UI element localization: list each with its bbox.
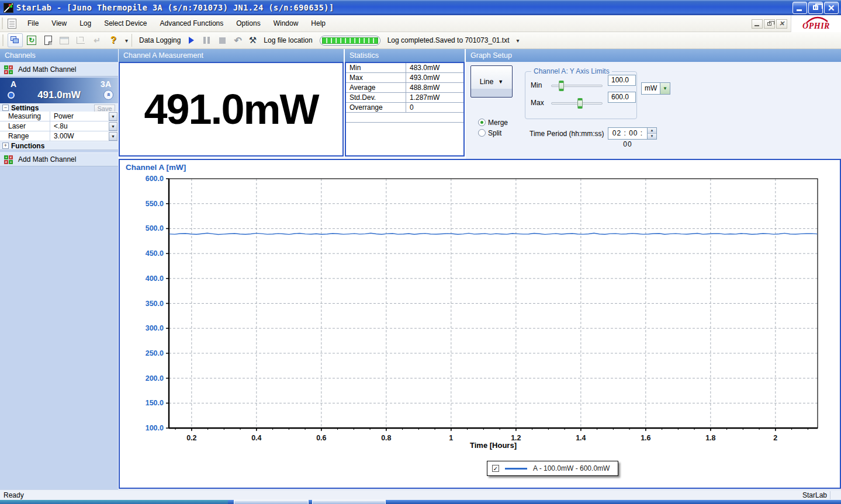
graph-setup-header: Graph Setup [466, 49, 841, 62]
mdi-minimize-button[interactable] [752, 19, 763, 29]
stat-row-stddev: Std.Dev. 1.287mW [346, 93, 463, 103]
measurement-header: Channel A Measurement [119, 49, 344, 62]
menu-select-device[interactable]: Select Device [98, 17, 153, 30]
return-icon: ↵ [89, 33, 105, 47]
add-math-channel-button-2[interactable]: +xx+ Add Math Channel [0, 152, 118, 166]
toolbar-separator [131, 34, 132, 47]
toolbar-overflow-icon[interactable]: ▾ [517, 37, 520, 44]
mdi-close-button[interactable]: ✕ [776, 19, 787, 29]
measurement-value: 491.0mW [120, 63, 342, 155]
settings-section-header[interactable]: − Settings Save [0, 103, 118, 112]
help-icon[interactable]: ? [106, 33, 121, 47]
status-divider [830, 491, 830, 499]
setting-row-laser: Laser <.8u ▼ [0, 121, 118, 131]
legend-checkbox[interactable]: ✓ [492, 465, 499, 472]
svg-text:150.0: 150.0 [146, 399, 164, 407]
max-label: Max [531, 99, 544, 107]
stat-row-max: Max 493.0mW [346, 73, 463, 83]
window-title: StarLab - [Juno Thermopile 3A (s/n:70107… [16, 3, 334, 12]
table-view-icon [57, 33, 72, 47]
range-dropdown-icon[interactable]: ▼ [109, 132, 117, 141]
windows-taskbar[interactable] [0, 500, 841, 504]
log-reset-icon: ↶ [234, 35, 241, 46]
svg-text:250.0: 250.0 [146, 349, 164, 357]
log-play-icon[interactable] [189, 37, 194, 44]
channel-a-card[interactable]: A 3A 491.0mW » [0, 78, 118, 103]
functions-section-header[interactable]: + Functions [0, 141, 118, 150]
menu-grip [2, 18, 5, 29]
collapse-channel-icon[interactable]: » [103, 90, 113, 100]
chart-type-dropdown[interactable]: Line ▼ [470, 65, 513, 98]
statistics-header: Statistics [345, 49, 465, 62]
minimize-button[interactable] [792, 2, 807, 14]
time-period-down-icon[interactable]: ▼ [648, 134, 656, 139]
taskbar-button-2[interactable] [312, 500, 386, 504]
time-period-spinner[interactable]: 02 : 00 : 00 ▲ ▼ [608, 127, 657, 140]
channel-name: A [11, 79, 16, 89]
menu-view[interactable]: View [45, 17, 73, 30]
menu-log[interactable]: Log [73, 17, 98, 30]
help-dropdown-icon[interactable]: ▾ [125, 37, 128, 44]
x-axis-title: Time [Hours] [169, 441, 818, 450]
channels-header: Channels [0, 49, 118, 62]
step-view-icon [73, 33, 88, 47]
svg-text:300.0: 300.0 [146, 324, 164, 332]
y-min-input[interactable]: 100.0 [608, 75, 636, 86]
legend-line-swatch [505, 468, 527, 470]
status-bar: Ready StarLab [0, 489, 841, 500]
statistics-panel: Min 483.0mW Max 493.0mW Average 488.8mW … [345, 62, 465, 157]
mdi-restore-button[interactable] [764, 19, 775, 29]
stat-row-overrange: Overrange 0 [346, 103, 463, 113]
setting-row-measuring: Measuring Power ▼ [0, 112, 118, 121]
stat-row-empty [346, 113, 463, 123]
chart-legend: ✓ A - 100.0mW - 600.0mW [487, 461, 618, 476]
log-status-text: Log completed.Saved to 701073_01.txt [387, 36, 510, 44]
menu-help[interactable]: Help [304, 17, 332, 30]
min-slider[interactable] [551, 85, 603, 87]
menu-options[interactable]: Options [230, 17, 267, 30]
restore-button[interactable] [808, 2, 823, 14]
log-stop-icon [219, 37, 226, 44]
merge-radio[interactable] [478, 119, 486, 126]
time-period-label: Time Period (hh:mm:ss) [529, 130, 604, 138]
unit-select-dropdown-icon[interactable]: ▼ [660, 83, 670, 94]
close-button[interactable]: ✕ [824, 2, 839, 14]
app-icon [4, 3, 13, 13]
taskbar-button-1[interactable] [234, 500, 309, 504]
graph-panel: Channel A [mW] 600.0550.0500.0450.0400.0… [119, 159, 841, 489]
new-log-icon[interactable] [40, 33, 56, 47]
laser-dropdown-icon[interactable]: ▼ [109, 122, 117, 131]
time-period-up-icon[interactable]: ▲ [648, 128, 656, 134]
svg-text:200.0: 200.0 [146, 374, 164, 383]
measuring-dropdown-icon[interactable]: ▼ [109, 112, 117, 121]
menu-window[interactable]: Window [267, 17, 305, 30]
chart-type-dropdown-icon: ▼ [498, 79, 503, 85]
min-slider-thumb[interactable] [559, 81, 564, 91]
select-device-icon[interactable] [8, 33, 23, 47]
max-slider[interactable] [551, 102, 603, 105]
svg-text:400.0: 400.0 [146, 274, 164, 283]
svg-text:600.0: 600.0 [146, 175, 164, 183]
split-radio[interactable] [478, 129, 486, 137]
expand-functions-icon[interactable]: + [2, 142, 9, 149]
y-max-input[interactable]: 600.0 [608, 92, 636, 103]
channels-panel: Channels +xx+ Add Math Channel A 3A 491.… [0, 49, 118, 489]
menu-file[interactable]: File [21, 17, 45, 30]
data-logging-label: Data Logging [139, 36, 181, 44]
legend-label: A - 100.0mW - 600.0mW [533, 464, 610, 472]
unit-select[interactable]: mW ▼ [641, 82, 670, 95]
add-math-channel-button[interactable]: +xx+ Add Math Channel [0, 62, 118, 77]
menu-advanced-functions[interactable]: Advanced Functions [154, 17, 230, 30]
collapse-settings-icon[interactable]: − [2, 105, 9, 111]
log-settings-icon[interactable]: ⚒ [249, 35, 257, 46]
document-icon [8, 19, 16, 29]
log-pause-icon [203, 37, 210, 44]
restart-device-icon[interactable]: ↻ [24, 33, 39, 47]
max-slider-thumb[interactable] [577, 98, 583, 109]
svg-text:350.0: 350.0 [146, 300, 164, 308]
split-label: Split [488, 129, 501, 137]
status-app-name: StarLab [802, 491, 827, 499]
toolbar-grip [2, 34, 5, 46]
sensor-name: 3A [101, 79, 111, 89]
toolbar: ↻ ↵ ? ▾ Data Logging ↶ ⚒ Log file locati… [0, 32, 841, 49]
